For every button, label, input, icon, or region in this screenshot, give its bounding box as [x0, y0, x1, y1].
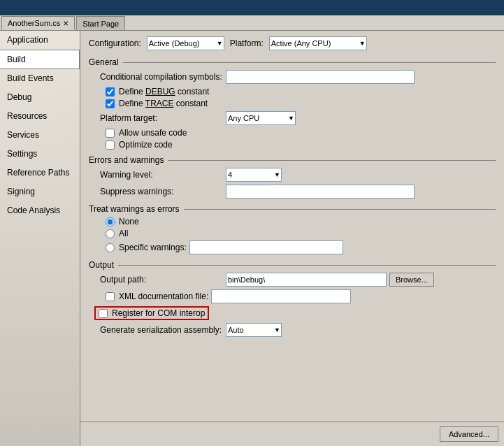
main-container: Application Build Build Events Debug Res… — [0, 31, 504, 446]
tab-label: AnotherSum.cs — [8, 19, 60, 27]
platform-label: Platform: — [230, 38, 264, 48]
errors-warnings-label: Errors and warnings — [89, 155, 164, 165]
treat-warnings-specific-row: Specific warnings: — [89, 240, 496, 254]
browse-button[interactable]: Browse... — [389, 273, 434, 287]
gen-serialization-select-wrapper: Auto On Off ▼ — [226, 323, 282, 337]
tab-start-page[interactable]: Start Page — [76, 16, 125, 30]
define-debug-row: Define DEBUG constant — [89, 87, 496, 96]
general-section-label: General — [89, 57, 119, 67]
optimize-code-checkbox[interactable] — [106, 141, 115, 150]
optimize-code-label: Optimize code — [119, 140, 173, 150]
conditional-symbols-input[interactable] — [226, 70, 415, 84]
suppress-warnings-input[interactable] — [226, 185, 415, 199]
allow-unsafe-code-row: Allow unsafe code — [89, 128, 496, 138]
xml-doc-input[interactable] — [211, 289, 351, 303]
warning-level-row: Warning level: 0 1 2 3 4 ▼ — [89, 168, 496, 182]
treat-warnings-none-radio[interactable] — [106, 217, 115, 226]
platform-target-select[interactable]: Any CPU x86 x64 — [226, 111, 296, 125]
define-trace-label: Define TRACE constant — [119, 99, 208, 108]
xml-doc-row: XML documentation file: — [89, 289, 496, 303]
sidebar-item-code-analysis[interactable]: Code Analysis — [0, 201, 80, 220]
output-section-header: Output — [89, 260, 496, 270]
define-debug-label: Define DEBUG constant — [119, 87, 209, 96]
output-path-input[interactable] — [226, 273, 387, 287]
sidebar: Application Build Build Events Debug Res… — [0, 31, 80, 446]
suppress-warnings-label: Suppress warnings: — [100, 187, 226, 196]
general-section-header: General — [89, 57, 496, 67]
treat-warnings-all-label: All — [119, 229, 128, 238]
treat-warnings-all-row: All — [89, 229, 496, 238]
sidebar-item-resources[interactable]: Resources — [0, 107, 80, 126]
config-row: Configuration: Active (Debug) Debug Rele… — [89, 36, 496, 50]
conditional-symbols-label: Conditional compilation symbols: — [100, 72, 226, 82]
gen-serialization-row: Generate serialization assembly: Auto On… — [89, 323, 496, 337]
tab-close-icon[interactable]: ✕ — [63, 20, 69, 27]
tab-bar: AnotherSum.cs ✕ Start Page — [0, 15, 504, 31]
warning-level-select-wrapper: 0 1 2 3 4 ▼ — [226, 168, 282, 182]
treat-warnings-all-radio[interactable] — [106, 229, 115, 238]
platform-select-wrapper: Active (Any CPU) Any CPU x86 x64 ▼ — [269, 36, 367, 50]
define-debug-checkbox[interactable] — [106, 87, 115, 96]
output-section-label: Output — [89, 260, 114, 270]
suppress-warnings-row: Suppress warnings: — [89, 185, 496, 199]
errors-warnings-section-header: Errors and warnings — [89, 155, 496, 165]
platform-select[interactable]: Active (Any CPU) Any CPU x86 x64 — [269, 36, 367, 50]
register-com-interop-row: Register for COM interop — [89, 306, 496, 320]
configuration-select[interactable]: Active (Debug) Debug Release All Configu… — [147, 36, 224, 50]
content-wrapper: Configuration: Active (Debug) Debug Rele… — [80, 31, 504, 446]
treat-warnings-specific-radio[interactable] — [106, 243, 115, 252]
gen-serialization-label: Generate serialization assembly: — [100, 325, 226, 335]
tab-label: Start Page — [82, 20, 119, 28]
bottom-bar: Advanced... — [80, 422, 504, 446]
sidebar-item-settings[interactable]: Settings — [0, 145, 80, 164]
define-trace-row: Define TRACE constant — [89, 99, 496, 108]
register-com-interop-highlight: Register for COM interop — [94, 306, 209, 320]
configuration-select-wrapper: Active (Debug) Debug Release All Configu… — [147, 36, 224, 50]
allow-unsafe-code-checkbox[interactable] — [106, 129, 115, 138]
specific-warnings-input[interactable] — [189, 240, 343, 254]
content-panel: Configuration: Active (Debug) Debug Rele… — [80, 31, 504, 368]
platform-target-label: Platform target: — [100, 113, 226, 123]
conditional-symbols-row: Conditional compilation symbols: — [89, 70, 496, 84]
sidebar-item-build[interactable]: Build — [0, 50, 80, 69]
warning-level-select[interactable]: 0 1 2 3 4 — [226, 168, 282, 182]
allow-unsafe-code-label: Allow unsafe code — [119, 128, 187, 138]
treat-warnings-none-row: None — [89, 217, 496, 226]
warning-level-label: Warning level: — [100, 170, 226, 180]
treat-warnings-label: Treat warnings as errors — [89, 204, 180, 214]
configuration-label: Configuration: — [89, 38, 141, 48]
sidebar-item-services[interactable]: Services — [0, 126, 80, 145]
platform-target-select-wrapper: Any CPU x86 x64 ▼ — [226, 111, 296, 125]
register-com-interop-checkbox[interactable] — [99, 309, 108, 318]
define-trace-checkbox[interactable] — [106, 99, 115, 108]
tab-anothersum-cs[interactable]: AnotherSum.cs ✕ — [1, 16, 75, 30]
sidebar-item-debug[interactable]: Debug — [0, 88, 80, 107]
sidebar-item-reference-paths[interactable]: Reference Paths — [0, 164, 80, 182]
sidebar-item-signing[interactable]: Signing — [0, 182, 80, 201]
treat-warnings-section-header: Treat warnings as errors — [89, 204, 496, 214]
xml-doc-label: XML documentation file: — [119, 292, 208, 301]
platform-target-row: Platform target: Any CPU x86 x64 ▼ — [89, 111, 496, 125]
optimize-code-row: Optimize code — [89, 140, 496, 150]
sidebar-spacer — [0, 220, 80, 446]
treat-warnings-specific-label: Specific warnings: — [119, 243, 187, 252]
advanced-button[interactable]: Advanced... — [440, 426, 498, 442]
xml-doc-checkbox[interactable] — [106, 292, 115, 301]
treat-warnings-none-label: None — [119, 217, 139, 226]
register-com-interop-label: Register for COM interop — [112, 308, 205, 318]
title-bar — [0, 0, 504, 15]
output-path-label: Output path: — [100, 275, 226, 285]
output-path-row: Output path: Browse... — [89, 273, 496, 287]
sidebar-item-build-events[interactable]: Build Events — [0, 69, 80, 88]
sidebar-item-application[interactable]: Application — [0, 31, 80, 50]
gen-serialization-select[interactable]: Auto On Off — [226, 323, 282, 337]
